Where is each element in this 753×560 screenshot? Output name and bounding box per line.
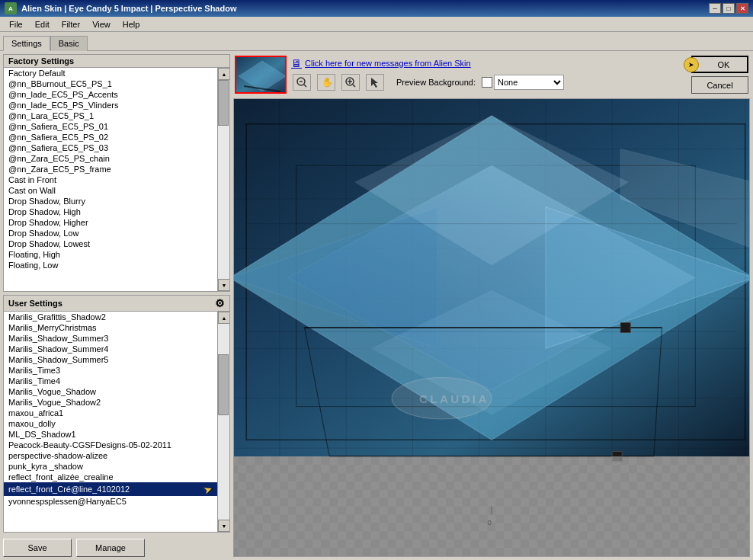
- list-item[interactable]: @nn_BBurnout_EC5_PS_1: [4, 78, 217, 89]
- move-tool[interactable]: ✋: [317, 74, 335, 91]
- preview-bg-select[interactable]: None Black White Checkerboard: [494, 75, 564, 90]
- tab-basic[interactable]: Basic: [50, 36, 88, 51]
- list-item[interactable]: Drop Shadow, Lowest: [4, 238, 217, 249]
- list-item[interactable]: Cast in Front: [4, 174, 217, 185]
- selected-list-item[interactable]: reflect_front_Cré@line_4102012 ➤: [4, 482, 217, 496]
- user-settings-section: User Settings ⚙ Marilis_Grafittis_Shadow…: [3, 295, 230, 533]
- list-item[interactable]: @nn_Zara_EC5_PS_chain: [4, 153, 217, 164]
- list-item[interactable]: Marilis_Time4: [4, 376, 217, 386]
- menu-edit[interactable]: Edit: [29, 18, 56, 30]
- scroll-up-arrow[interactable]: ▲: [218, 68, 229, 80]
- list-item[interactable]: Marilis_Shadow_Summer3: [4, 333, 217, 344]
- list-item[interactable]: Marilis_Shadow_Summer5: [4, 354, 217, 365]
- list-item[interactable]: Marilis_Vogue_Shadow2: [4, 397, 217, 408]
- left-panel: Factory Settings Factory Default @nn_BBu…: [3, 54, 230, 557]
- svg-text:0: 0: [488, 518, 492, 526]
- scroll-up-arrow[interactable]: ▲: [218, 312, 229, 324]
- factory-settings-section: Factory Settings Factory Default @nn_BBu…: [3, 54, 230, 292]
- list-item[interactable]: Cast on Wall: [4, 185, 217, 196]
- list-item[interactable]: Drop Shadow, Low: [4, 228, 217, 238]
- content-area: Factory Settings Factory Default @nn_BBu…: [0, 50, 753, 560]
- preview-bg-label: Preview Background:: [396, 78, 476, 87]
- menu-view[interactable]: View: [86, 18, 117, 30]
- list-item[interactable]: punk_kyra _shadow: [4, 461, 217, 472]
- close-button[interactable]: ✕: [736, 3, 748, 14]
- user-settings-header: User Settings ⚙: [4, 296, 229, 312]
- list-item[interactable]: maxou_dolly: [4, 418, 217, 429]
- list-item[interactable]: Floating, Low: [4, 260, 217, 270]
- titlebar: A Alien Skin | Eye Candy 5 Impact | Pers…: [0, 0, 753, 17]
- preview-bg-swatch: [482, 77, 492, 88]
- pointer-icon: [369, 76, 381, 88]
- zoom-out-icon: [296, 76, 308, 88]
- user-settings-icon[interactable]: ⚙: [215, 297, 225, 309]
- info-link-text: Click here for new messages from Alien S…: [305, 59, 471, 68]
- svg-rect-41: [620, 322, 630, 332]
- user-settings-label: User Settings: [8, 299, 62, 308]
- menu-filter[interactable]: Filter: [56, 18, 86, 30]
- list-item[interactable]: Factory Default: [4, 68, 217, 78]
- scroll-thumb[interactable]: [218, 80, 229, 126]
- list-item[interactable]: @nn_Safiera_EC5_PS_02: [4, 132, 217, 142]
- toolbar: ✋: [291, 72, 687, 92]
- zoom-in-icon: [344, 76, 357, 88]
- tab-bar: Settings Basic: [0, 32, 753, 50]
- maximize-button[interactable]: □: [723, 3, 735, 14]
- list-item[interactable]: @nn_Lara_EC5_PS_1: [4, 110, 217, 121]
- cancel-button[interactable]: Cancel: [691, 76, 748, 94]
- selection-arrow-icon: ➤: [202, 482, 215, 496]
- zoom-out-tool[interactable]: [293, 74, 311, 91]
- list-item[interactable]: Peacock-Beauty-CGSFDesigns-05-02-2011: [4, 440, 217, 450]
- list-item[interactable]: Drop Shadow, Higher: [4, 217, 217, 228]
- list-item[interactable]: Marilis_Time3: [4, 365, 217, 376]
- list-item[interactable]: Marilis_MerryChristmas: [4, 322, 217, 333]
- menu-file[interactable]: File: [3, 18, 29, 30]
- zoom-in-tool[interactable]: [341, 74, 360, 91]
- manage-button[interactable]: Manage: [76, 539, 145, 557]
- menu-help[interactable]: Help: [117, 18, 146, 30]
- pointer-tool[interactable]: [366, 74, 384, 91]
- list-item[interactable]: maxou_africa1: [4, 408, 217, 418]
- user-scrollbar: ▲ ▼: [217, 312, 229, 532]
- app-icon: A: [5, 2, 17, 14]
- list-item[interactable]: Floating, High: [4, 249, 217, 260]
- user-list: Marilis_Grafittis_Shadow2 Marilis_MerryC…: [4, 312, 217, 532]
- tab-settings[interactable]: Settings: [3, 36, 50, 51]
- info-link[interactable]: 🖥 Click here for new messages from Alien…: [291, 57, 687, 69]
- selected-item-label: reflect_front_Cré@line_4102012: [8, 485, 130, 494]
- list-item[interactable]: @nn_lade_EC5_PS_Accents: [4, 89, 217, 100]
- scroll-track-area: [218, 324, 229, 520]
- preview-bg-control: None Black White Checkerboard: [482, 75, 564, 90]
- dialog: Settings Basic Factory Settings Factory …: [0, 32, 753, 560]
- list-item[interactable]: Marilis_Vogue_Shadow: [4, 386, 217, 397]
- scroll-down-arrow[interactable]: ▼: [218, 520, 229, 532]
- list-item[interactable]: @nn_Safiera_EC5_PS_01: [4, 121, 217, 132]
- list-item[interactable]: Marilis_Shadow_Summer4: [4, 344, 217, 354]
- preview-inner: [236, 57, 285, 92]
- list-item[interactable]: perspective-shadow-alizee: [4, 450, 217, 461]
- info-icon: 🖥: [291, 57, 302, 69]
- save-button[interactable]: Save: [3, 539, 72, 557]
- ok-cancel-buttons: ➤ OK Cancel: [691, 56, 748, 94]
- scroll-thumb[interactable]: [218, 354, 229, 415]
- list-item[interactable]: @nn_Safiera_EC5_PS_03: [4, 142, 217, 153]
- ok-icon: ➤: [684, 57, 699, 72]
- ok-button[interactable]: ➤ OK: [691, 56, 748, 73]
- svg-marker-11: [371, 78, 378, 88]
- list-item[interactable]: yvonnespsplessen@HanyaEC5: [4, 496, 217, 507]
- factory-scroll-area: Factory Default @nn_BBurnout_EC5_PS_1 @n…: [4, 68, 229, 291]
- preview-image: [236, 57, 287, 94]
- list-item[interactable]: Marilis_Grafittis_Shadow2: [4, 312, 217, 322]
- scroll-track-area: [218, 80, 229, 279]
- list-item[interactable]: @nn_lade_EC5_PS_Vlinders: [4, 100, 217, 110]
- list-item[interactable]: @nn_Zara_EC5_PS_frame: [4, 164, 217, 174]
- factory-list: Factory Default @nn_BBurnout_EC5_PS_1 @n…: [4, 68, 217, 291]
- factory-scrollbar: ▲ ▼: [217, 68, 229, 291]
- list-item[interactable]: ML_DS_Shadow1: [4, 429, 217, 440]
- list-item[interactable]: Drop Shadow, Blurry: [4, 196, 217, 206]
- minimize-button[interactable]: ─: [709, 3, 721, 14]
- scroll-down-arrow[interactable]: ▼: [218, 279, 229, 291]
- list-item[interactable]: reflect_front_alizée_crealine: [4, 472, 217, 482]
- list-item[interactable]: Drop Shadow, High: [4, 206, 217, 217]
- preview-svg: CLAUDIA 0: [234, 99, 749, 556]
